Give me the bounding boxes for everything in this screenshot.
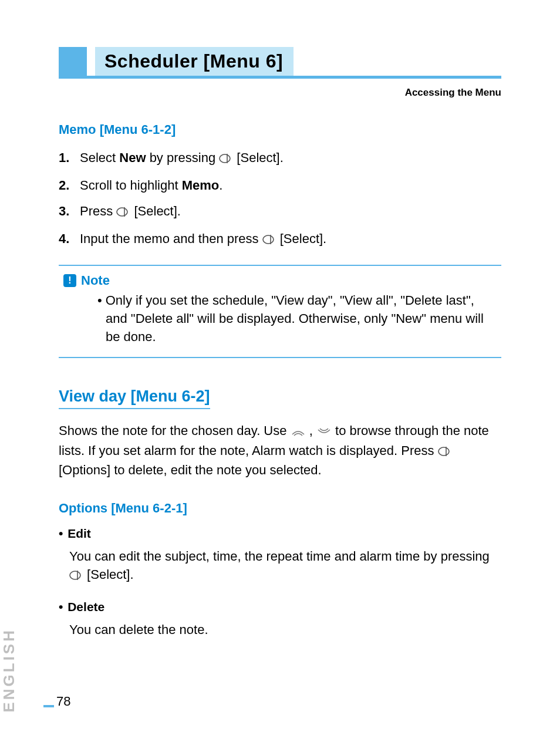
step-text: Select New by pressing [Select]. xyxy=(80,148,501,170)
svg-point-6 xyxy=(438,447,449,456)
svg-point-4 xyxy=(263,235,274,244)
alert-icon: ! xyxy=(63,274,76,287)
section-heading-memo: Memo [Menu 6-1-2] xyxy=(59,122,501,137)
list-item: 1. Select New by pressing [Select]. xyxy=(59,148,501,170)
step-text: Press [Select]. xyxy=(80,201,501,223)
viewday-paragraph: Shows the note for the chosen day. Use ,… xyxy=(59,422,501,480)
title-square-icon xyxy=(59,47,87,76)
page-number-bar-icon xyxy=(43,705,54,707)
option-head: • Edit xyxy=(59,527,501,541)
softkey-left-icon xyxy=(116,203,130,223)
bullet-icon: • xyxy=(97,293,102,308)
softkey-left-icon xyxy=(262,231,276,251)
page-number: 78 xyxy=(56,694,70,709)
nav-down-icon xyxy=(316,424,332,442)
breadcrumb: Accessing the Menu xyxy=(59,87,501,99)
section-heading-viewday: View day [Menu 6-2] xyxy=(59,387,210,409)
step-number: 4. xyxy=(59,229,80,251)
softkey-left-icon xyxy=(219,150,233,170)
svg-point-2 xyxy=(117,208,127,216)
svg-point-0 xyxy=(220,154,230,163)
softkey-left-icon xyxy=(438,444,452,462)
list-item: 3. Press [Select]. xyxy=(59,201,501,223)
option-body: You can edit the subject, time, the repe… xyxy=(59,548,501,586)
step-text: Input the memo and then press [Select]. xyxy=(80,229,501,251)
page-title-bar: Scheduler [Menu 6] xyxy=(59,47,501,79)
step-number: 1. xyxy=(59,148,80,170)
page-number-wrap: 78 xyxy=(43,694,70,709)
list-item: 4. Input the memo and then press [Select… xyxy=(59,229,501,251)
memo-steps-list: 1. Select New by pressing [Select]. 2. S… xyxy=(59,148,501,251)
option-head: • Delete xyxy=(59,600,501,614)
option-item-delete: • Delete You can delete the note. xyxy=(59,600,501,639)
note-body: •Only if you set the schedule, "View day… xyxy=(59,292,501,346)
step-number: 3. xyxy=(59,201,80,223)
option-item-edit: • Edit You can edit the subject, time, t… xyxy=(59,527,501,586)
page-title: Scheduler [Menu 6] xyxy=(95,47,294,76)
language-side-tab: ENGLISH xyxy=(0,628,18,713)
svg-point-8 xyxy=(70,571,80,579)
list-item: 2. Scroll to highlight Memo. xyxy=(59,176,501,195)
section-heading-options: Options [Menu 6-2-1] xyxy=(59,501,501,516)
step-text: Scroll to highlight Memo. xyxy=(80,176,501,195)
option-body: You can delete the note. xyxy=(59,621,501,639)
note-label: Note xyxy=(81,273,110,288)
nav-up-icon xyxy=(291,424,306,442)
step-number: 2. xyxy=(59,176,80,195)
softkey-left-icon xyxy=(69,568,83,586)
note-callout: ! Note •Only if you set the schedule, "V… xyxy=(59,265,501,357)
